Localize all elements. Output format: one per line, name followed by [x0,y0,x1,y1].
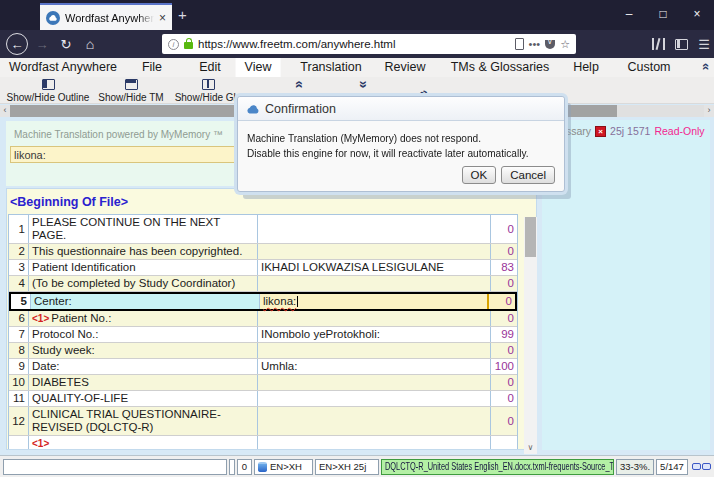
segment-number: 8 [9,343,29,358]
segment-source[interactable]: (To be completed by Study Coordinator) [29,276,258,291]
maximize-icon[interactable]: □ [646,0,680,30]
app-menu-bar: Wordfast AnywhereFileEditViewTranslation… [0,58,714,77]
segment-row[interactable]: 4(To be completed by Study Coordinator)0 [9,276,517,292]
https-lock-icon[interactable] [184,42,193,49]
segment-row[interactable]: 11QUALITY-OF-LIFE0 [9,391,517,407]
segment-row[interactable]: 6<1>Patient No.:0 [9,311,517,327]
pocket-icon[interactable] [545,40,555,49]
menu-item-view[interactable]: View [236,58,281,77]
segment-source[interactable]: Protocol No.: [29,327,258,342]
segment-source[interactable]: Date: [29,359,258,374]
segment-row[interactable]: 8Study week:0 [9,343,517,359]
menu-item-translation[interactable]: Translation [291,58,370,77]
segment-target[interactable] [258,391,491,406]
library-icon[interactable] [652,38,665,50]
menu-item-custom[interactable]: Custom [618,58,679,77]
segment-source[interactable]: Patient Identification [29,260,258,275]
segment-number: 13 [9,436,29,450]
segment-target[interactable] [258,215,491,243]
dialog-header[interactable]: Confirmation [238,97,564,121]
status-tm-session[interactable]: EN>XH 25j [315,459,379,475]
show-hide-outline-button[interactable]: Show/Hide Outline [2,79,94,103]
dialog-message-line1: Machine Translation (MyMemory) does not … [247,131,526,146]
segment-row[interactable]: 10DIABETES0 [9,375,517,391]
segment-target[interactable]: IKHADI LOKWAZISA LESIGULANE [258,260,491,275]
forward-icon[interactable]: → [31,37,53,52]
dialog-title: Confirmation [265,102,336,116]
reload-icon[interactable]: ↻ [55,37,77,52]
menu-item-help[interactable]: Help [564,58,608,77]
show-hide-glossary-button[interactable]: Show/Hide Glo [168,79,248,103]
segment-target[interactable] [258,407,491,435]
segment-target[interactable] [258,436,491,450]
menu-item-edit[interactable]: Edit [190,58,230,77]
segment-row[interactable]: 7Protocol No.:INombolo yeProtokholi:99 [9,327,517,343]
new-tab-icon[interactable]: + [178,6,187,23]
status-tm-direction[interactable]: EN>XH [254,459,313,475]
bookmark-star-icon[interactable]: ☆ [560,38,570,51]
wordfast-favicon-icon [46,11,60,25]
segment-source[interactable]: <1>Patient No.: [29,311,258,326]
segment-source[interactable]: DIABETES [29,375,258,390]
cancel-button[interactable]: Cancel [501,166,555,184]
page-actions-icon[interactable]: ••• [529,38,541,50]
reader-mode-icon[interactable] [515,38,524,50]
segment-source[interactable]: This questionnaire has been copyrighted. [29,244,258,259]
url-text[interactable]: https://www.freetm.com/anywhere.html [198,38,510,50]
segment-source[interactable]: QUALITY-OF-LIFE [29,391,258,406]
back-icon[interactable]: ← [6,33,28,55]
segment-target[interactable] [258,276,491,291]
segment-source[interactable]: Study week: [29,343,258,358]
segment-number: 10 [9,375,29,390]
segment-row[interactable]: 2This questionnaire has been copyrighted… [9,244,517,260]
preview-glasses-icon[interactable] [692,463,711,470]
segment-source[interactable]: CLINICAL TRIAL QUESTIONNAIRE-REVISED (DQ… [29,407,258,435]
segment-number: 4 [9,276,29,291]
vertical-scroll-thumb[interactable] [525,217,536,257]
tab-close-icon[interactable]: × [159,11,166,25]
segment-target[interactable]: likona: [260,294,489,309]
segment-row[interactable]: 3Patient IdentificationIKHADI LOKWAZISA … [9,260,517,276]
sidebar-icon[interactable] [675,39,688,50]
segment-target[interactable] [258,311,491,326]
menu-item-wordfast-anywhere[interactable]: Wordfast Anywhere [0,58,126,77]
segment-target[interactable]: INombolo yeProtokholi: [258,327,491,342]
segment-target[interactable]: Umhla: [258,359,491,374]
scroll-down-icon[interactable]: ∨ [524,442,537,454]
tab-title: Wordfast Anywhere - DQLCTQ [65,12,154,24]
segment-row[interactable]: 1PLEASE CONTINUE ON THE NEXT PAGE.0 [9,215,517,244]
segment-number: 2 [9,244,29,259]
segment-row[interactable]: 9Date:Umhla:100 [9,359,517,375]
ok-button[interactable]: OK [462,166,497,184]
segment-table: 1PLEASE CONTINUE ON THE NEXT PAGE.02This… [8,214,518,450]
show-hide-tm-button[interactable]: Show/Hide TM [96,79,166,103]
segment-source[interactable]: PLEASE CONTINUE ON THE NEXT PAGE. [29,215,258,243]
status-file-name[interactable]: DQLCTQ-R_United States English_EN.docx.t… [381,459,614,475]
menu-icon[interactable]: ☰ [698,37,710,52]
segment-row[interactable]: 13<1>Thank you for your participation in… [9,436,517,450]
segment-target[interactable] [258,375,491,390]
segment-score: 0 [491,436,517,450]
minimize-icon[interactable]: – [612,0,646,30]
segment-row[interactable]: 12CLINICAL TRIAL QUESTIONNAIRE-REVISED (… [9,407,517,436]
menu-item-file[interactable]: File [133,58,171,77]
address-bar[interactable]: i https://www.freetm.com/anywhere.html •… [162,34,576,54]
scroll-left-icon[interactable]: ‹ [0,105,10,117]
vertical-scrollbar[interactable]: ∨ [524,217,537,454]
segment-source[interactable]: Center: [31,294,260,309]
segment-target[interactable] [258,343,491,358]
menu-item-tms-glossaries[interactable]: TMs & Glossaries [442,58,559,77]
close-icon[interactable]: × [680,0,714,30]
menu-item-review[interactable]: Review [376,58,435,77]
segment-source[interactable]: <1>Thank you for your participation in t… [29,436,258,450]
scroll-right-icon[interactable]: › [704,105,714,117]
segment-row[interactable]: 5Center:likona:0 [9,292,517,311]
home-icon[interactable]: ⌂ [79,36,101,52]
segment-score: 99 [491,327,517,342]
site-info-icon[interactable]: i [168,39,179,50]
menu-overflow-icon[interactable]: « [698,63,714,70]
navigation-bar: ← → ↻ ⌂ i https://www.freetm.com/anywher… [0,30,714,58]
segment-target[interactable] [258,244,491,259]
dialog-buttons: OK Cancel [462,166,555,184]
browser-tab[interactable]: Wordfast Anywhere - DQLCTQ × [40,3,172,30]
